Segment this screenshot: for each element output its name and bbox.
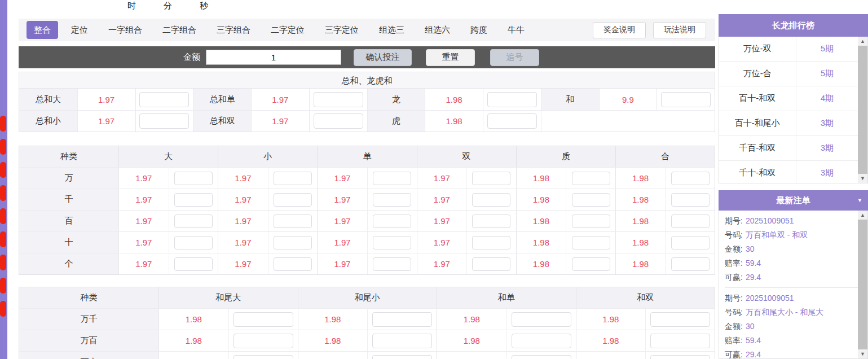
play-mode-tab[interactable]: 跨度 bbox=[463, 21, 495, 39]
bet-input[interactable] bbox=[274, 236, 312, 249]
bet-input[interactable] bbox=[572, 214, 610, 228]
chase-number-button[interactable]: 追号 bbox=[490, 49, 539, 66]
bet-input[interactable] bbox=[650, 334, 710, 348]
bet-input[interactable] bbox=[373, 214, 411, 228]
dragon-scrollbar[interactable]: ▲ ▼ bbox=[858, 37, 867, 183]
scrollbar-thumb[interactable] bbox=[858, 46, 867, 174]
odds-value: 1.97 bbox=[218, 189, 268, 210]
bet-issue-line: 期号:20251009051 bbox=[725, 291, 858, 305]
play-mode-tab[interactable]: 牛牛 bbox=[500, 21, 532, 39]
bet-input[interactable] bbox=[314, 113, 363, 129]
bet-input[interactable] bbox=[372, 355, 432, 359]
bet-input[interactable] bbox=[139, 113, 189, 129]
play-mode-tab[interactable]: 二字定位 bbox=[263, 21, 312, 39]
bet-input[interactable] bbox=[512, 355, 571, 359]
bet-input[interactable] bbox=[274, 172, 312, 185]
dragon-row: 千百-和双 3期 bbox=[719, 136, 858, 161]
bet-input[interactable] bbox=[572, 236, 610, 249]
bet-input[interactable] bbox=[233, 355, 293, 359]
bet-input[interactable] bbox=[372, 312, 432, 327]
bet-input[interactable] bbox=[373, 257, 411, 271]
bet-input[interactable] bbox=[671, 172, 710, 185]
bet-input[interactable] bbox=[650, 355, 710, 359]
bet-input[interactable] bbox=[373, 236, 411, 249]
bet-input[interactable] bbox=[373, 172, 411, 185]
amount-input[interactable] bbox=[206, 50, 341, 65]
bet-input[interactable] bbox=[174, 257, 213, 271]
odds-value: 1.97 bbox=[77, 89, 135, 110]
dragon-streak: 3期 bbox=[796, 136, 858, 160]
bet-input[interactable] bbox=[487, 92, 537, 107]
bet-input[interactable] bbox=[139, 92, 189, 107]
scroll-down-icon[interactable]: ▼ bbox=[858, 349, 867, 358]
play-mode-tab[interactable]: 三字组合 bbox=[209, 21, 258, 39]
bet-input[interactable] bbox=[671, 257, 710, 271]
odds-value: 1.98 bbox=[517, 253, 566, 274]
odds-value: 1.98 bbox=[616, 189, 666, 210]
table-row: 十 1.97 1.97 1.97 1.97 1.98 1.98 bbox=[19, 231, 715, 253]
dragon-list: 万位-双 5期 万位-合 5期 百十-和双 4期 百十-和尾小 3期 bbox=[719, 37, 858, 183]
bet-input[interactable] bbox=[372, 334, 432, 348]
table-header: 种类 和尾大 和尾小 和单 和双 bbox=[19, 287, 715, 308]
caret-down-icon[interactable]: ▼ bbox=[857, 190, 862, 211]
bet-input[interactable] bbox=[671, 236, 710, 249]
column-header: 和尾小 bbox=[298, 287, 437, 308]
latest-bets-title-text: 最新注单 bbox=[777, 195, 810, 205]
bet-input[interactable] bbox=[671, 214, 710, 228]
bet-input[interactable] bbox=[274, 193, 312, 207]
scroll-up-icon[interactable]: ▲ bbox=[858, 211, 867, 220]
bet-input[interactable] bbox=[472, 172, 510, 185]
rules-info-button[interactable]: 玩法说明 bbox=[653, 22, 706, 38]
bet-input[interactable] bbox=[512, 334, 571, 348]
prize-info-button[interactable]: 奖金说明 bbox=[593, 22, 646, 38]
bet-input[interactable] bbox=[472, 214, 510, 228]
bet-input[interactable] bbox=[174, 193, 213, 207]
bet-input[interactable] bbox=[373, 193, 411, 207]
play-mode-tab[interactable]: 定位 bbox=[64, 21, 95, 39]
play-mode-tab[interactable]: 组选三 bbox=[372, 21, 412, 39]
bet-input[interactable] bbox=[572, 257, 610, 271]
bet-input[interactable] bbox=[572, 193, 610, 207]
bets-scrollbar[interactable]: ▲ ▼ bbox=[858, 211, 867, 358]
bet-input[interactable] bbox=[274, 214, 312, 228]
dragon-streak: 5期 bbox=[796, 62, 858, 86]
confirm-bet-button[interactable]: 确认投注 bbox=[354, 49, 412, 66]
bet-amount-line: 金额:30 bbox=[725, 319, 858, 334]
play-mode-tab[interactable]: 三字定位 bbox=[318, 21, 366, 39]
odds-value: 1.97 bbox=[417, 211, 467, 231]
bet-input[interactable] bbox=[174, 236, 213, 249]
bet-input[interactable] bbox=[671, 193, 710, 207]
play-mode-tab[interactable]: 一字组合 bbox=[101, 21, 149, 39]
bet-input[interactable] bbox=[233, 312, 293, 327]
scrollbar-thumb[interactable] bbox=[858, 220, 867, 349]
bet-input[interactable] bbox=[472, 257, 510, 271]
odds-value: 1.98 bbox=[616, 253, 666, 274]
latest-bets-panel: 最新注单 ▼ 期号:20251009051 号码:万百和单双 - 和双 金额:3… bbox=[719, 190, 868, 359]
bet-input[interactable] bbox=[650, 312, 710, 327]
bet-odds-line: 赔率:59.4 bbox=[725, 334, 858, 348]
bet-input[interactable] bbox=[572, 172, 610, 185]
column-header: 小 bbox=[218, 146, 317, 167]
countdown-labels: 时 分 秒 bbox=[127, 1, 208, 11]
bet-input[interactable] bbox=[472, 193, 510, 207]
bet-input[interactable] bbox=[487, 113, 537, 129]
bet-amount-line: 金额:30 bbox=[725, 242, 858, 256]
scroll-up-icon[interactable]: ▲ bbox=[858, 37, 867, 46]
bet-input[interactable] bbox=[314, 92, 363, 107]
row-label: 百 bbox=[19, 211, 118, 231]
scroll-down-icon[interactable]: ▼ bbox=[858, 174, 867, 183]
reset-button[interactable]: 重置 bbox=[426, 49, 475, 66]
bet-input[interactable] bbox=[512, 312, 571, 327]
bet-input[interactable] bbox=[472, 236, 510, 249]
play-mode-tab[interactable]: 整合 bbox=[27, 21, 58, 39]
play-mode-tab[interactable]: 组选六 bbox=[417, 21, 457, 39]
odds-value: 1.98 bbox=[298, 352, 368, 359]
bet-input[interactable] bbox=[174, 214, 213, 228]
bet-input[interactable] bbox=[174, 172, 213, 185]
bet-input[interactable] bbox=[661, 92, 711, 107]
red-marker bbox=[0, 255, 6, 270]
bet-input[interactable] bbox=[274, 257, 312, 271]
play-mode-tab[interactable]: 二字组合 bbox=[155, 21, 204, 39]
bet-input[interactable] bbox=[233, 334, 293, 348]
bet-entry: 期号:20251009051 号码:万百和尾大小 - 和尾大 金额:30 赔率:… bbox=[725, 287, 858, 359]
